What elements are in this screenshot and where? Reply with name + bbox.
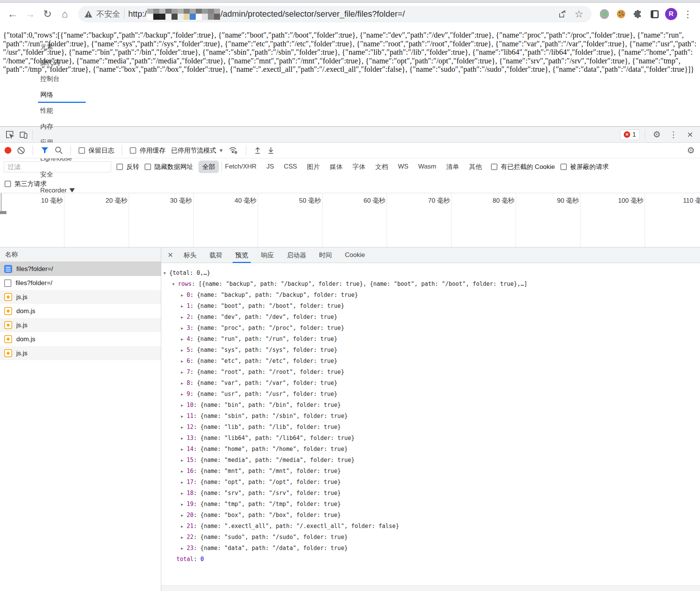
request-type-filter[interactable]: CSS <box>280 161 301 172</box>
clear-log-icon[interactable] <box>17 147 25 154</box>
json-array-item-row[interactable]: ▶5: {name: "sys", path: "/sys", folder: … <box>164 345 700 356</box>
json-array-item-row[interactable]: ▶15: {name: "media", path: "/media", fol… <box>164 455 700 466</box>
bookmark-star-icon[interactable]: ☆ <box>573 8 585 20</box>
collapsed-arrow-icon[interactable]: ▶ <box>181 356 187 367</box>
export-har-icon[interactable] <box>267 146 275 154</box>
json-array-item-row[interactable]: ▶1: {name: "boot", path: "/boot", folder… <box>164 301 700 312</box>
detail-tab[interactable]: 标头 <box>177 247 203 263</box>
request-row[interactable]: js.js <box>0 290 161 304</box>
network-settings-icon[interactable]: ⚙ <box>687 146 695 155</box>
filter-funnel-icon[interactable] <box>41 147 49 154</box>
detail-tab[interactable]: 启动器 <box>280 247 313 263</box>
checkbox-icon[interactable] <box>560 164 567 170</box>
json-array-item-row[interactable]: ▶13: {name: "lib64", path: "/lib64", fol… <box>164 433 700 444</box>
request-row[interactable]: files?folder=/ <box>0 262 161 276</box>
request-type-filter[interactable]: WS <box>394 161 412 172</box>
collapsed-arrow-icon[interactable]: ▶ <box>181 301 187 312</box>
collapsed-arrow-icon[interactable]: ▶ <box>181 411 187 422</box>
collapsed-arrow-icon[interactable]: ▶ <box>181 400 187 411</box>
json-array-item-row[interactable]: ▶3: {name: "proc", path: "/proc", folder… <box>164 323 700 334</box>
json-array-item-row[interactable]: ▶7: {name: "root", path: "/root", folder… <box>164 367 700 378</box>
request-row[interactable]: dom.js <box>0 332 161 346</box>
detail-tab[interactable]: 响应 <box>255 247 280 263</box>
extensions-puzzle-icon[interactable] <box>630 6 645 22</box>
checkbox-icon[interactable] <box>145 164 151 170</box>
record-button[interactable] <box>5 147 11 154</box>
json-array-item-row[interactable]: ▶4: {name: "run", path: "/run", folder: … <box>164 334 700 345</box>
request-type-filter[interactable]: 媒体 <box>326 161 346 173</box>
sidebar-extension-icon[interactable] <box>647 6 662 22</box>
json-array-item-row[interactable]: ▶10: {name: "bin", path: "/bin", folder:… <box>164 400 700 411</box>
json-array-item-row[interactable]: ▶18: {name: "srv", path: "/srv", folder:… <box>164 488 700 499</box>
json-root-row[interactable]: ▼{total: 0,…} <box>164 268 700 279</box>
devtools-close-icon[interactable]: ✕ <box>683 128 697 141</box>
json-array-item-row[interactable]: ▶11: {name: "sbin", path: "/sbin", folde… <box>164 411 700 422</box>
collapsed-arrow-icon[interactable]: ▶ <box>181 345 187 356</box>
devtools-menu-icon[interactable]: ⋮ <box>667 128 680 141</box>
share-icon[interactable] <box>556 8 569 20</box>
disable-cache-checkbox[interactable]: 停用缓存 <box>130 146 165 155</box>
json-array-item-row[interactable]: ▶9: {name: "usr", path: "/usr", folder: … <box>164 389 700 400</box>
json-array-item-row[interactable]: ▶2: {name: "dev", path: "/dev", folder: … <box>164 312 700 323</box>
not-secure-warning-icon[interactable] <box>84 10 93 18</box>
request-type-filter[interactable]: 字体 <box>349 161 369 173</box>
detail-tab[interactable]: Cookie <box>338 247 371 263</box>
request-row[interactable]: dom.js <box>0 304 161 318</box>
json-array-item-row[interactable]: ▶0: {name: "backup", path: "/backup", fo… <box>164 290 700 301</box>
json-rows-row[interactable]: ▼rows: [{name: "backup", path: "/backup"… <box>164 279 700 290</box>
request-type-filter[interactable]: 文档 <box>371 161 392 173</box>
json-array-item-row[interactable]: ▶20: {name: "box", path: "/box", folder:… <box>164 510 700 521</box>
collapsed-arrow-icon[interactable]: ▶ <box>181 521 187 532</box>
checkbox-icon[interactable] <box>116 164 123 170</box>
json-array-item-row[interactable]: ▶6: {name: "etc", path: "/etc", folder: … <box>164 356 700 367</box>
json-array-item-row[interactable]: ▶14: {name: "home", path: "/home", folde… <box>164 444 700 455</box>
chrome-menu-icon[interactable]: ⋮ <box>680 6 695 22</box>
checkbox-icon[interactable] <box>79 147 85 154</box>
devtools-tab[interactable]: 源代码 <box>35 55 89 71</box>
devtools-tab[interactable]: 控制台 <box>35 71 89 87</box>
device-toolbar-icon[interactable] <box>17 128 30 141</box>
collapsed-arrow-icon[interactable]: ▶ <box>181 532 187 543</box>
reload-button[interactable]: ↻ <box>39 6 55 22</box>
name-column-header[interactable]: 名称 <box>0 247 161 262</box>
request-type-filter[interactable]: JS <box>263 161 278 172</box>
preserve-log-checkbox[interactable]: 保留日志 <box>79 146 114 155</box>
network-overview-timeline[interactable]: 10 毫秒 20 毫秒 30 毫秒 40 毫秒 50 毫秒 60 毫秒 70 <box>0 193 700 247</box>
json-array-item-row[interactable]: ▶19: {name: "tmp", path: "/tmp", folder:… <box>164 499 700 510</box>
collapsed-arrow-icon[interactable]: ▶ <box>181 543 187 554</box>
close-detail-icon[interactable]: ✕ <box>164 251 177 259</box>
json-array-item-row[interactable]: ▶12: {name: "lib", path: "/lib", folder:… <box>164 422 700 433</box>
devtools-tab[interactable]: 内存 <box>35 119 89 135</box>
collapsed-arrow-icon[interactable]: ▶ <box>181 477 187 488</box>
forward-button[interactable]: → <box>22 6 38 22</box>
address-bar[interactable]: 不安全 http:/ /admin/protected/selector/ser… <box>78 6 591 22</box>
collapsed-arrow-icon[interactable]: ▶ <box>181 433 187 444</box>
home-button[interactable]: ⌂ <box>57 6 73 22</box>
devtools-settings-icon[interactable]: ⚙ <box>650 128 664 141</box>
network-conditions-icon[interactable] <box>228 146 238 154</box>
devtools-tab[interactable]: 性能 <box>35 103 89 119</box>
expanded-arrow-icon[interactable]: ▼ <box>164 268 169 279</box>
collapsed-arrow-icon[interactable]: ▶ <box>181 488 187 499</box>
hide-data-urls-checkbox[interactable]: 隐藏数据网址 <box>145 162 193 171</box>
error-badge[interactable]: ✕ 1 <box>620 129 640 140</box>
collapsed-arrow-icon[interactable]: ▶ <box>181 367 187 378</box>
json-array-item-row[interactable]: ▶23: {name: "data", path: "/data", folde… <box>164 543 700 554</box>
blocked-cookies-checkbox[interactable]: 有已拦截的 Cookie <box>491 162 555 171</box>
json-array-item-row[interactable]: ▶16: {name: "mnt", path: "/mnt", folder:… <box>164 466 700 477</box>
collapsed-arrow-icon[interactable]: ▶ <box>181 378 187 389</box>
import-har-icon[interactable] <box>254 146 261 154</box>
collapsed-arrow-icon[interactable]: ▶ <box>181 444 187 455</box>
collapsed-arrow-icon[interactable]: ▶ <box>181 334 187 345</box>
request-type-filter[interactable]: Fetch/XHR <box>221 161 260 172</box>
expanded-arrow-icon[interactable]: ▼ <box>172 279 178 290</box>
collapsed-arrow-icon[interactable]: ▶ <box>181 422 187 433</box>
checkbox-icon[interactable] <box>5 181 11 187</box>
collapsed-arrow-icon[interactable]: ▶ <box>181 499 187 510</box>
request-type-filter[interactable]: 全部 <box>198 161 219 173</box>
invert-checkbox[interactable]: 反转 <box>116 162 139 171</box>
devtools-tab[interactable]: 元素 <box>35 39 89 55</box>
collapsed-arrow-icon[interactable]: ▶ <box>181 510 187 521</box>
collapsed-arrow-icon[interactable]: ▶ <box>181 323 187 334</box>
throttling-select[interactable]: 已停用节流模式 <box>171 146 223 155</box>
